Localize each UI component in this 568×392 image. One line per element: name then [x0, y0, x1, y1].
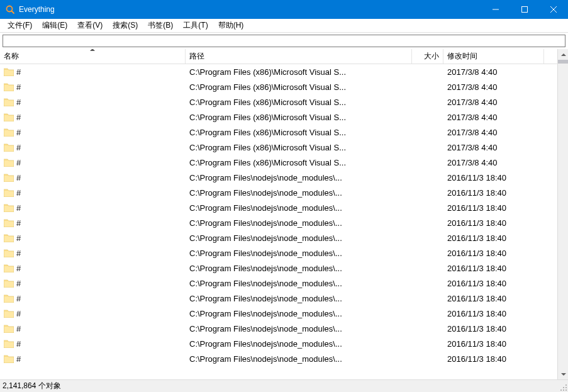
cell-name: #: [16, 339, 21, 349]
cell-path: C:\Program Files\nodejs\node_modules\...: [189, 294, 342, 303]
table-row[interactable]: #C:\Program Files\nodejs\node_modules\..…: [0, 306, 557, 321]
cell-name: #: [16, 203, 21, 213]
menu-bookmark[interactable]: 书签(B): [143, 19, 178, 32]
cell-name: #: [16, 324, 21, 333]
cell-path: C:\Program Files (x86)\Microsoft Visual …: [189, 158, 346, 167]
svg-point-9: [560, 389, 562, 391]
folder-icon: [4, 204, 14, 212]
cell-name: #: [16, 67, 21, 77]
folder-icon: [4, 128, 14, 137]
scroll-up-arrow-icon[interactable]: [558, 49, 568, 60]
folder-icon: [4, 159, 14, 167]
cell-date: 2016/11/3 18:40: [447, 264, 506, 273]
table-row[interactable]: #C:\Program Files (x86)\Microsoft Visual…: [0, 79, 557, 94]
cell-path: C:\Program Files\nodejs\node_modules\...: [189, 279, 342, 288]
cell-path: C:\Program Files\nodejs\node_modules\...: [189, 173, 342, 182]
svg-point-7: [563, 387, 564, 388]
table-row[interactable]: #C:\Program Files\nodejs\node_modules\..…: [0, 230, 557, 245]
cell-name: #: [16, 113, 21, 122]
cell-date: 2017/3/8 4:40: [447, 143, 498, 152]
cell-name: #: [16, 98, 21, 107]
close-button[interactable]: [539, 0, 568, 19]
table-row[interactable]: #C:\Program Files (x86)\Microsoft Visual…: [0, 140, 557, 155]
cell-date: 2017/3/8 4:40: [447, 98, 498, 107]
cell-date: 2017/3/8 4:40: [447, 67, 498, 77]
cell-name: #: [16, 233, 21, 243]
cell-path: C:\Program Files\nodejs\node_modules\...: [189, 354, 342, 364]
table-row[interactable]: #C:\Program Files\nodejs\node_modules\..…: [0, 291, 557, 306]
folder-icon: [4, 83, 14, 91]
cell-name: #: [16, 82, 21, 92]
window-title: Everything: [19, 5, 481, 14]
column-header-path-label: 路径: [189, 51, 204, 62]
column-header-date[interactable]: 修改时间: [443, 49, 544, 64]
menu-file[interactable]: 文件(F): [3, 19, 37, 32]
minimize-button[interactable]: [481, 0, 510, 19]
table-row[interactable]: #C:\Program Files (x86)\Microsoft Visual…: [0, 94, 557, 109]
cell-date: 2016/11/3 18:40: [447, 249, 506, 258]
cell-date: 2016/11/3 18:40: [447, 309, 506, 318]
folder-icon: [4, 279, 14, 288]
menu-edit[interactable]: 编辑(E): [37, 19, 72, 32]
table-row[interactable]: #C:\Program Files\nodejs\node_modules\..…: [0, 336, 557, 351]
folder-icon: [4, 355, 14, 363]
table-row[interactable]: #C:\Program Files (x86)\Microsoft Visual…: [0, 109, 557, 125]
svg-point-11: [565, 389, 567, 391]
column-header-row: 名称 路径 大小 修改时间: [0, 49, 557, 64]
column-header-path[interactable]: 路径: [186, 49, 412, 64]
cell-date: 2017/3/8 4:40: [447, 113, 498, 122]
search-area: [0, 33, 568, 49]
folder-icon: [4, 310, 14, 318]
table-row[interactable]: #C:\Program Files\nodejs\node_modules\..…: [0, 185, 557, 200]
app-icon: [5, 4, 15, 14]
table-row[interactable]: #C:\Program Files\nodejs\node_modules\..…: [0, 321, 557, 336]
table-row[interactable]: #C:\Program Files (x86)\Microsoft Visual…: [0, 64, 557, 79]
resize-grip-icon[interactable]: [558, 382, 568, 392]
folder-icon: [4, 249, 14, 257]
cell-path: C:\Program Files\nodejs\node_modules\...: [189, 249, 342, 258]
table-row[interactable]: #C:\Program Files\nodejs\node_modules\..…: [0, 351, 557, 366]
menu-tool[interactable]: 工具(T): [178, 19, 213, 32]
column-header-size[interactable]: 大小: [412, 49, 443, 64]
maximize-button[interactable]: [510, 0, 539, 19]
svg-rect-3: [522, 7, 528, 13]
cell-date: 2016/11/3 18:40: [447, 354, 506, 364]
folder-icon: [4, 174, 14, 182]
cell-name: #: [16, 264, 21, 273]
cell-path: C:\Program Files\nodejs\node_modules\...: [189, 339, 342, 349]
svg-point-10: [563, 389, 564, 391]
cell-path: C:\Program Files (x86)\Microsoft Visual …: [189, 67, 346, 77]
cell-name: #: [16, 188, 21, 198]
table-row[interactable]: #C:\Program Files\nodejs\node_modules\..…: [0, 245, 557, 260]
cell-date: 2016/11/3 18:40: [447, 203, 506, 213]
scroll-down-arrow-icon[interactable]: [558, 369, 568, 379]
vertical-scrollbar[interactable]: [557, 49, 568, 379]
folder-icon: [4, 189, 14, 197]
cell-path: C:\Program Files (x86)\Microsoft Visual …: [189, 98, 346, 107]
table-row[interactable]: #C:\Program Files\nodejs\node_modules\..…: [0, 215, 557, 230]
table-row[interactable]: #C:\Program Files (x86)\Microsoft Visual…: [0, 125, 557, 140]
column-header-name[interactable]: 名称: [0, 49, 186, 64]
cell-path: C:\Program Files\nodejs\node_modules\...: [189, 203, 342, 213]
menu-view[interactable]: 查看(V): [72, 19, 108, 32]
cell-path: C:\Program Files\nodejs\node_modules\...: [189, 188, 342, 198]
cell-date: 2016/11/3 18:40: [447, 218, 506, 228]
folder-icon: [4, 219, 14, 227]
cell-path: C:\Program Files\nodejs\node_modules\...: [189, 264, 342, 273]
table-row[interactable]: #C:\Program Files (x86)\Microsoft Visual…: [0, 155, 557, 170]
table-row[interactable]: #C:\Program Files\nodejs\node_modules\..…: [0, 276, 557, 291]
svg-point-6: [565, 384, 567, 386]
titlebar[interactable]: Everything: [0, 0, 568, 19]
table-row[interactable]: #C:\Program Files\nodejs\node_modules\..…: [0, 200, 557, 215]
table-row[interactable]: #C:\Program Files\nodejs\node_modules\..…: [0, 170, 557, 185]
cell-name: #: [16, 279, 21, 288]
column-header-date-label: 修改时间: [447, 51, 477, 62]
scroll-thumb[interactable]: [558, 60, 568, 64]
table-row[interactable]: #C:\Program Files\nodejs\node_modules\..…: [0, 260, 557, 276]
cell-path: C:\Program Files (x86)\Microsoft Visual …: [189, 143, 346, 152]
menu-help[interactable]: 帮助(H): [213, 19, 249, 32]
cell-name: #: [16, 143, 21, 152]
search-input[interactable]: [3, 35, 565, 47]
menu-search[interactable]: 搜索(S): [108, 19, 143, 32]
cell-name: #: [16, 309, 21, 318]
